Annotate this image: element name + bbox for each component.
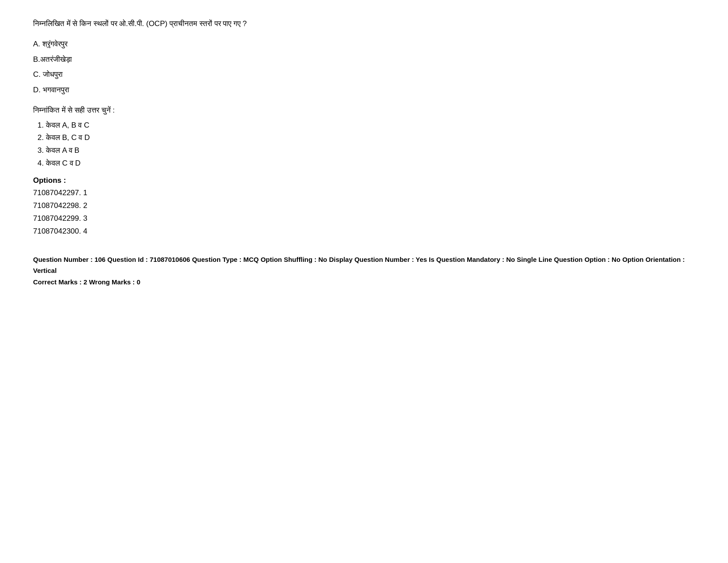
question-text: निम्नलिखित में से किन स्थलों पर ओ.सी.पी.… bbox=[33, 18, 695, 30]
sub-question-text: निम्नांकित में से सही उत्तर चुनें : bbox=[33, 106, 695, 115]
options-list: A. श्रृंगवेरपुर B.अतरंजीखेड़ा C. जोधपुरा… bbox=[33, 38, 695, 97]
option-c-text: जोधपुरा bbox=[43, 70, 63, 79]
sub-option-3: 3. केवल A व B bbox=[38, 144, 695, 157]
option-code-2-val: 2 bbox=[83, 201, 87, 210]
option-a-text: श्रृंगवेरपुर bbox=[42, 40, 68, 48]
sub-option-1-text: केवल A, B व C bbox=[46, 121, 90, 129]
question-meta: Question Number : 106 Question Id : 7108… bbox=[33, 254, 695, 288]
question-container: निम्नलिखित में से किन स्थलों पर ओ.सी.पी.… bbox=[33, 18, 695, 287]
option-code-4: 71087042300. 4 bbox=[33, 225, 695, 238]
option-code-3-code: 71087042299. bbox=[33, 214, 81, 223]
option-c-label: C. bbox=[33, 70, 43, 79]
option-b: B.अतरंजीखेड़ा bbox=[33, 53, 695, 67]
sub-options-list: 1. केवल A, B व C 2. केवल B, C व D 3. केव… bbox=[38, 119, 695, 170]
option-codes-list: 71087042297. 1 71087042298. 2 7108704229… bbox=[33, 187, 695, 238]
sub-option-4-num: 4. bbox=[38, 159, 46, 167]
option-code-1: 71087042297. 1 bbox=[33, 187, 695, 200]
sub-option-2-num: 2. bbox=[38, 133, 46, 142]
option-c: C. जोधपुरा bbox=[33, 68, 695, 82]
option-code-2-code: 71087042298. bbox=[33, 201, 81, 210]
sub-option-3-num: 3. bbox=[38, 146, 46, 155]
sub-option-3-text: केवल A व B bbox=[46, 146, 79, 155]
sub-option-2: 2. केवल B, C व D bbox=[38, 132, 695, 144]
option-d-text: भगवानपुरा bbox=[43, 86, 69, 94]
option-d-label: D. bbox=[33, 86, 43, 94]
option-code-4-val: 4 bbox=[83, 227, 87, 235]
option-b-text: अतरंजीखेड़ा bbox=[40, 55, 72, 64]
option-code-1-code: 71087042297. bbox=[33, 189, 81, 197]
sub-option-4: 4. केवल C व D bbox=[38, 157, 695, 170]
sub-option-1-num: 1. bbox=[38, 121, 46, 129]
option-code-1-val: 1 bbox=[83, 189, 87, 197]
option-b-label: B. bbox=[33, 55, 40, 64]
sub-option-1: 1. केवल A, B व C bbox=[38, 119, 695, 132]
sub-option-4-text: केवल C व D bbox=[46, 159, 81, 167]
option-code-3: 71087042299. 3 bbox=[33, 212, 695, 225]
option-a-label: A. bbox=[33, 40, 42, 48]
option-code-3-val: 3 bbox=[83, 214, 87, 223]
sub-option-2-text: केवल B, C व D bbox=[46, 133, 90, 142]
options-label: Options : bbox=[33, 176, 695, 185]
option-a: A. श्रृंगवेरपुर bbox=[33, 38, 695, 51]
option-code-2: 71087042298. 2 bbox=[33, 200, 695, 212]
meta-line1: Question Number : 106 Question Id : 7108… bbox=[33, 254, 695, 276]
option-d: D. भगवानपुरा bbox=[33, 83, 695, 97]
option-code-4-code: 71087042300. bbox=[33, 227, 81, 235]
meta-line2: Correct Marks : 2 Wrong Marks : 0 bbox=[33, 276, 695, 288]
